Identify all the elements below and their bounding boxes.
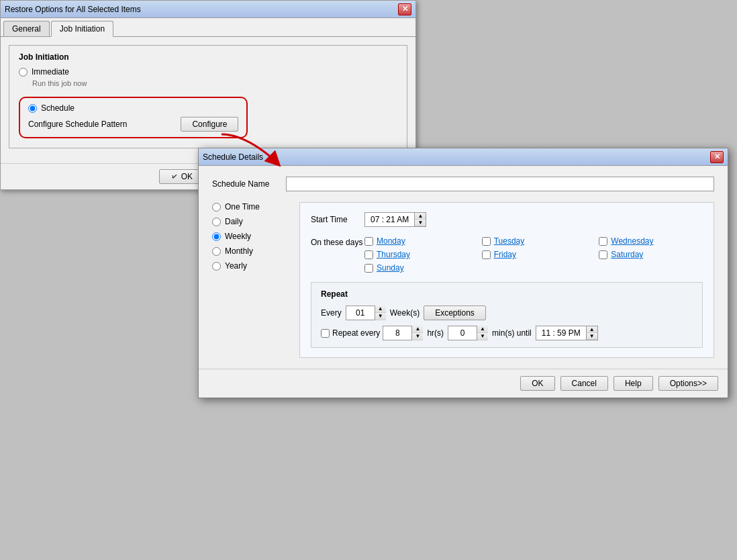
day-monday[interactable]: Monday <box>364 236 469 246</box>
repeat-min-group: ▲ ▼ <box>448 326 488 340</box>
repeat-min-input[interactable] <box>448 326 477 340</box>
start-time-down[interactable]: ▼ <box>415 220 426 226</box>
repeat-row1: Every ▲ ▼ Week(s) Exceptions <box>321 306 693 320</box>
start-time-value[interactable]: 07 : 21 AM <box>365 214 414 226</box>
front-window-footer: OK Cancel Help Options>> <box>199 369 728 398</box>
repeat-hr-up[interactable]: ▲ <box>412 326 423 333</box>
schedule-type-weekly[interactable]: Weekly <box>212 232 293 241</box>
front-options-button[interactable]: Options>> <box>658 376 718 391</box>
repeat-hr-input[interactable] <box>383 326 412 340</box>
day-tuesday[interactable]: Tuesday <box>482 236 586 246</box>
immediate-radio[interactable] <box>19 68 28 77</box>
back-window-titlebar: Restore Options for All Selected Items ✕ <box>1 1 415 18</box>
exceptions-button[interactable]: Exceptions <box>424 306 486 320</box>
tab-job-initiation[interactable]: Job Initiation <box>51 21 113 37</box>
every-up[interactable]: ▲ <box>375 306 386 313</box>
day-wednesday[interactable]: Wednesday <box>599 236 703 246</box>
sunday-checkbox[interactable] <box>364 264 373 273</box>
day-friday[interactable]: Friday <box>482 250 586 259</box>
days-section: On these days Monday Tuesday Wednesda <box>311 236 703 273</box>
day-sunday[interactable]: Sunday <box>364 263 469 273</box>
every-value-input[interactable] <box>346 306 375 320</box>
immediate-label[interactable]: Immediate <box>32 67 69 77</box>
schedule-type-daily[interactable]: Daily <box>212 217 293 226</box>
repeat-hr-group: ▲ ▼ <box>383 326 423 340</box>
start-time-spinner: ▲ ▼ <box>414 213 426 226</box>
every-input-group: ▲ ▼ <box>346 306 386 320</box>
front-ok-button[interactable]: OK <box>520 376 554 391</box>
schedule-details-panel: Start Time 07 : 21 AM ▲ ▼ On these days <box>299 202 714 358</box>
front-cancel-button[interactable]: Cancel <box>560 376 608 391</box>
wednesday-checkbox[interactable] <box>599 237 607 246</box>
schedule-name-label: Schedule Name <box>212 179 286 189</box>
back-window-title: Restore Options for All Selected Items <box>5 5 141 14</box>
repeat-every-checkbox[interactable] <box>321 329 330 338</box>
weekly-radio[interactable] <box>212 232 221 241</box>
schedule-type-panel: One Time Daily Weekly Monthly Yearly <box>212 202 299 358</box>
immediate-radio-row: Immediate <box>19 67 397 77</box>
back-window-content: Job Initiation Immediate Run this job no… <box>1 37 415 163</box>
weeks-unit-label: Week(s) <box>390 308 420 318</box>
yearly-label: Yearly <box>225 261 247 271</box>
schedule-details-window: Schedule Details ✕ Schedule Name One Tim… <box>198 148 728 398</box>
tuesday-checkbox[interactable] <box>482 237 491 246</box>
tab-general[interactable]: General <box>3 21 50 36</box>
until-time-value[interactable]: 11 : 59 PM <box>536 327 586 339</box>
ok-button[interactable]: 🗸 OK <box>159 169 204 184</box>
every-down[interactable]: ▼ <box>375 313 386 320</box>
daily-radio[interactable] <box>212 218 221 226</box>
start-time-row: Start Time 07 : 21 AM ▲ ▼ <box>311 212 703 227</box>
day-thursday[interactable]: Thursday <box>364 250 469 259</box>
day-saturday[interactable]: Saturday <box>599 250 703 259</box>
schedule-type-one-time[interactable]: One Time <box>212 202 293 212</box>
monthly-radio[interactable] <box>212 247 221 256</box>
schedule-type-yearly[interactable]: Yearly <box>212 261 293 271</box>
sunday-label: Sunday <box>377 263 404 273</box>
repeat-min-down[interactable]: ▼ <box>477 333 488 340</box>
until-time-group: 11 : 59 PM ▲ ▼ <box>536 326 598 340</box>
every-spinner: ▲ ▼ <box>375 306 386 320</box>
thursday-checkbox[interactable] <box>364 250 373 259</box>
configure-button[interactable]: Configure <box>181 117 238 132</box>
front-help-button[interactable]: Help <box>613 376 653 391</box>
repeat-title: Repeat <box>321 289 693 299</box>
repeat-row2: Repeat every ▲ ▼ hr(s) ▲ <box>321 326 693 340</box>
friday-label: Friday <box>494 250 516 259</box>
start-time-up[interactable]: ▲ <box>415 213 426 220</box>
start-time-label: Start Time <box>311 215 364 224</box>
ok-icon: 🗸 <box>170 172 179 181</box>
yearly-radio[interactable] <box>212 262 221 271</box>
one-time-radio[interactable] <box>212 203 221 212</box>
repeat-every-label: Repeat every <box>332 328 380 338</box>
front-window-titlebar: Schedule Details ✕ <box>199 148 728 166</box>
main-area: One Time Daily Weekly Monthly Yearly <box>212 202 714 358</box>
monday-label: Monday <box>377 236 405 246</box>
monday-checkbox[interactable] <box>364 237 373 246</box>
back-window-close-button[interactable]: ✕ <box>398 3 411 15</box>
repeat-hr-down[interactable]: ▼ <box>412 333 423 340</box>
schedule-type-monthly[interactable]: Monthly <box>212 246 293 256</box>
configure-schedule-label: Configure Schedule Pattern <box>28 120 127 129</box>
until-time-down[interactable]: ▼ <box>587 333 597 340</box>
monthly-label: Monthly <box>225 246 253 256</box>
schedule-label[interactable]: Schedule <box>41 103 75 113</box>
thursday-label: Thursday <box>377 250 410 259</box>
hr-label: hr(s) <box>427 328 444 338</box>
tuesday-label: Tuesday <box>494 236 525 246</box>
configure-row: Configure Schedule Pattern Configure <box>28 117 238 132</box>
ok-label: OK <box>181 172 193 181</box>
min-until-label: min(s) until <box>492 328 532 338</box>
schedule-radio[interactable] <box>28 104 37 113</box>
repeat-min-up[interactable]: ▲ <box>477 326 488 333</box>
on-these-days-label: On these days <box>311 236 364 247</box>
schedule-highlight-box: Schedule Configure Schedule Pattern Conf… <box>19 97 248 138</box>
friday-checkbox[interactable] <box>482 250 491 259</box>
schedule-name-input[interactable] <box>286 177 714 191</box>
until-time-up[interactable]: ▲ <box>587 326 597 333</box>
front-window-close-button[interactable]: ✕ <box>710 151 724 163</box>
saturday-checkbox[interactable] <box>599 250 607 259</box>
front-window-title: Schedule Details <box>203 152 263 162</box>
tab-bar: General Job Initiation <box>1 18 415 37</box>
repeat-section: Repeat Every ▲ ▼ Week(s) Exceptions <box>311 282 703 348</box>
job-initiation-section: Job Initiation Immediate Run this job no… <box>9 45 407 148</box>
